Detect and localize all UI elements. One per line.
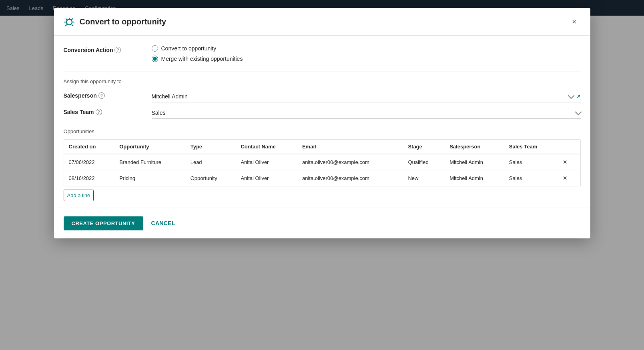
- opportunities-heading: Opportunities: [64, 128, 581, 134]
- modal-title: Convert to opportunity: [80, 17, 568, 26]
- radio-merge-label: Merge with existing opportunities: [161, 56, 243, 62]
- row1-stage: Qualified: [403, 154, 445, 170]
- table-header-row: Created on Opportunity Type Contact Name…: [64, 140, 580, 154]
- assign-heading: Assign this opportunity to: [64, 78, 581, 84]
- salesperson-external-link-icon[interactable]: ↗: [576, 93, 581, 100]
- table-header: Created on Opportunity Type Contact Name…: [64, 140, 580, 154]
- row2-contact-name: Anital Oliver: [236, 170, 297, 186]
- conversion-action-help-icon[interactable]: ?: [114, 47, 121, 53]
- divider-1: [64, 72, 581, 72]
- modal-close-button[interactable]: ×: [568, 15, 581, 28]
- table-body: 07/06/2022 Branded Furniture Lead Anital…: [64, 154, 580, 186]
- col-type: Type: [186, 140, 236, 154]
- salesperson-value: Mitchell Admin: [152, 93, 569, 100]
- modal-dialog: Convert to opportunity × Conversion Acti…: [54, 8, 590, 238]
- radio-convert[interactable]: Convert to opportunity: [152, 45, 581, 52]
- modal-body[interactable]: Conversion Action ? Convert to opportuni…: [54, 36, 590, 201]
- bug-icon: [64, 16, 75, 27]
- salesperson-select[interactable]: Mitchell Admin ↗: [152, 91, 581, 102]
- radio-merge-input[interactable]: [152, 56, 158, 62]
- row2-stage: New: [403, 170, 445, 186]
- col-contact-name: Contact Name: [236, 140, 297, 154]
- radio-group: Convert to opportunity Merge with existi…: [152, 45, 581, 62]
- row1-created-on: 07/06/2022: [64, 154, 115, 170]
- row1-opportunity: Branded Furniture: [114, 154, 186, 170]
- sales-team-label: Sales Team ?: [64, 107, 152, 115]
- row1-contact-name: Anital Oliver: [236, 154, 297, 170]
- sales-team-icons: [576, 111, 581, 114]
- salesperson-field[interactable]: Mitchell Admin ↗: [152, 91, 581, 102]
- add-line-button[interactable]: Add a line: [64, 190, 94, 201]
- assign-section: Assign this opportunity to Salesperson ?…: [64, 78, 581, 119]
- create-opportunity-button[interactable]: CREATE OPPORTUNITY: [64, 216, 143, 230]
- opportunities-table: Created on Opportunity Type Contact Name…: [64, 140, 580, 186]
- row2-email: anita.oliver00@example.com: [297, 170, 403, 186]
- sales-team-field[interactable]: Sales: [152, 107, 581, 119]
- cancel-button[interactable]: CANCEL: [148, 216, 179, 230]
- radio-merge[interactable]: Merge with existing opportunities: [152, 56, 581, 62]
- sales-team-value: Sales: [152, 110, 576, 116]
- radio-convert-input[interactable]: [152, 45, 158, 52]
- conversion-action-field: Convert to opportunity Merge with existi…: [152, 45, 581, 62]
- radio-convert-label: Convert to opportunity: [161, 45, 217, 52]
- col-created-on: Created on: [64, 140, 115, 154]
- row1-remove-cell[interactable]: ✕: [556, 154, 580, 170]
- opportunities-table-wrapper: Created on Opportunity Type Contact Name…: [64, 139, 581, 186]
- conversion-action-label: Conversion Action ?: [64, 45, 152, 53]
- col-opportunity: Opportunity: [114, 140, 186, 154]
- modal-footer: CREATE OPPORTUNITY CANCEL: [54, 208, 590, 238]
- row1-email: anita.oliver00@example.com: [297, 154, 403, 170]
- row1-remove-button[interactable]: ✕: [561, 158, 569, 166]
- row2-type: Opportunity: [186, 170, 236, 186]
- col-actions: [556, 140, 580, 154]
- row1-type: Lead: [186, 154, 236, 170]
- table-row: 08/16/2022 Pricing Opportunity Anital Ol…: [64, 170, 580, 186]
- modal-overlay: Convert to opportunity × Conversion Acti…: [0, 0, 644, 350]
- opportunities-section: Opportunities Created on Opportunity Typ…: [64, 128, 581, 201]
- salesperson-help-icon[interactable]: ?: [98, 92, 105, 99]
- table-row: 07/06/2022 Branded Furniture Lead Anital…: [64, 154, 580, 170]
- row2-remove-cell[interactable]: ✕: [556, 170, 580, 186]
- salesperson-row: Salesperson ? Mitchell Admin ↗: [64, 91, 581, 102]
- row2-remove-button[interactable]: ✕: [561, 174, 569, 182]
- conversion-action-row: Conversion Action ? Convert to opportuni…: [64, 45, 581, 62]
- row2-salesperson: Mitchell Admin: [445, 170, 504, 186]
- modal-header: Convert to opportunity ×: [54, 8, 590, 36]
- sales-team-help-icon[interactable]: ?: [96, 109, 102, 115]
- row2-opportunity: Pricing: [114, 170, 186, 186]
- sales-team-chevron-icon: [575, 109, 582, 116]
- col-stage: Stage: [403, 140, 445, 154]
- col-email: Email: [297, 140, 403, 154]
- sales-team-row: Sales Team ? Sales: [64, 107, 581, 119]
- salesperson-chevron-icon: [568, 92, 574, 99]
- row1-sales-team: Sales: [504, 154, 556, 170]
- conversion-action-section: Conversion Action ? Convert to opportuni…: [64, 45, 581, 62]
- row1-salesperson: Mitchell Admin: [445, 154, 504, 170]
- sales-team-select[interactable]: Sales: [152, 107, 581, 119]
- row2-sales-team: Sales: [504, 170, 556, 186]
- salesperson-label: Salesperson ?: [64, 91, 152, 99]
- row2-created-on: 08/16/2022: [64, 170, 115, 186]
- col-salesperson: Salesperson: [445, 140, 504, 154]
- col-sales-team: Sales Team: [504, 140, 556, 154]
- salesperson-icons: ↗: [569, 93, 581, 100]
